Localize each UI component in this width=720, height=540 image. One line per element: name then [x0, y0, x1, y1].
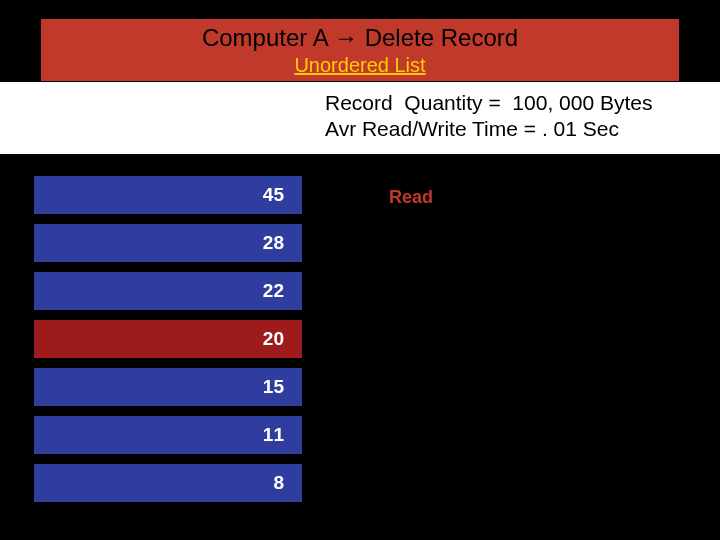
- list-item: 28: [33, 223, 303, 263]
- list-item: 15: [33, 367, 303, 407]
- info-block: Record Quantity = 100, 000 Bytes Avr Rea…: [325, 90, 652, 143]
- list-item: 20: [33, 319, 303, 359]
- slide-header: Computer A → Delete Record Unordered Lis…: [40, 18, 680, 82]
- read-label: Read: [389, 187, 433, 208]
- read-pointer: Read: [313, 187, 433, 208]
- slide-title: Computer A → Delete Record: [202, 24, 518, 52]
- slide-subtitle: Unordered List: [294, 54, 425, 77]
- list-item: 45: [33, 175, 303, 215]
- info-line1: Record Quantity = 100, 000 Bytes: [325, 91, 652, 114]
- record-list: 4528222015118: [33, 175, 303, 511]
- list-item: 22: [33, 271, 303, 311]
- list-item: 8: [33, 463, 303, 503]
- list-item: 11: [33, 415, 303, 455]
- arrow-shaft: [327, 196, 379, 200]
- info-line2: Avr Read/Write Time = . 01 Sec: [325, 117, 619, 140]
- arrow-left-icon: [313, 190, 327, 206]
